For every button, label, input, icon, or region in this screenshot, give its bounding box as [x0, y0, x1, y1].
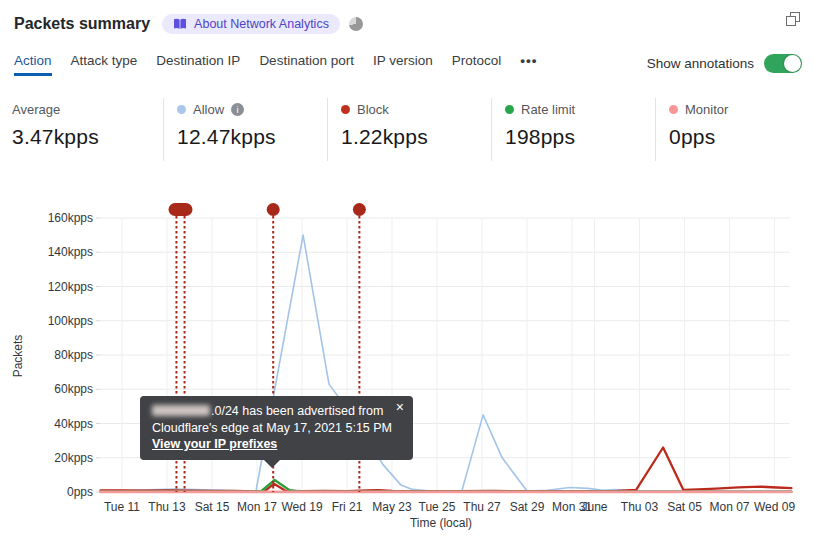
stat-label: Allow — [193, 102, 224, 117]
panel-header: Packets summary About Network Analytics — [14, 10, 802, 38]
info-icon[interactable]: i — [231, 103, 244, 116]
y-tick-label: 20kpps — [54, 451, 93, 465]
more-tabs-button[interactable]: ••• — [520, 53, 537, 76]
about-network-analytics-badge[interactable]: About Network Analytics — [162, 14, 340, 34]
x-tick-label: Sat 05 — [667, 500, 702, 514]
show-annotations-label: Show annotations — [647, 56, 754, 71]
y-tick-label: 80kpps — [54, 348, 93, 362]
x-tick-label: Mon 31 — [552, 500, 592, 514]
page-title: Packets summary — [14, 15, 150, 33]
stat-allow: Allowi12.47kpps — [163, 98, 327, 161]
stat-label-row: Average — [12, 100, 163, 118]
tab-bar: ActionAttack typeDestination IPDestinati… — [14, 53, 802, 76]
stat-label: Rate limit — [521, 102, 575, 117]
tab-destination-ip[interactable]: Destination IP — [156, 53, 240, 76]
tab-list: ActionAttack typeDestination IPDestinati… — [14, 53, 537, 76]
x-tick-label: Thu 13 — [148, 500, 186, 514]
monitor-legend-dot — [669, 105, 678, 114]
block-legend-dot — [341, 105, 350, 114]
stat-value: 12.47kpps — [177, 125, 327, 149]
stat-monitor: Monitor0pps — [655, 98, 816, 161]
tooltip-line2: Cloudflare's edge at May 17, 2021 5:15 P… — [152, 421, 392, 435]
restore-front-square — [786, 16, 796, 26]
y-tick-label: 100kpps — [48, 314, 93, 328]
tab-action[interactable]: Action — [14, 53, 52, 76]
y-tick-label: 40kpps — [54, 417, 93, 431]
x-tick-label: Mon 17 — [237, 500, 277, 514]
packets-time-series-chart: 0pps20kpps40kpps60kpps80kpps100kpps120kp… — [0, 0, 816, 545]
x-tick-label: Sat 29 — [510, 500, 545, 514]
tab-attack-type[interactable]: Attack type — [71, 53, 138, 76]
tab-protocol[interactable]: Protocol — [452, 53, 502, 76]
close-icon[interactable]: × — [396, 399, 404, 416]
view-ip-prefixes-link[interactable]: View your IP prefixes — [152, 437, 277, 451]
redacted-ip-prefix — [152, 405, 210, 416]
book-icon — [173, 18, 187, 30]
stat-label: Monitor — [685, 102, 728, 117]
stat-value: 1.22kpps — [341, 125, 491, 149]
y-tick-label: 140kpps — [48, 245, 93, 259]
stat-rate-limit: Rate limit198pps — [491, 98, 655, 161]
y-tick-label: 0pps — [67, 485, 93, 499]
annotation-marker-pill[interactable] — [169, 203, 193, 216]
rate-limit-legend-dot — [505, 105, 514, 114]
toggle-knob — [784, 55, 801, 72]
stat-label: Average — [12, 102, 60, 117]
x-tick-label: May 23 — [372, 500, 412, 514]
x-tick-label: Tue 11 — [104, 500, 140, 514]
tab-ip-version[interactable]: IP version — [373, 53, 433, 76]
y-tick-label: 60kpps — [54, 382, 93, 396]
show-annotations-control: Show annotations — [647, 53, 802, 73]
badge-label: About Network Analytics — [194, 17, 329, 31]
x-axis-title: Time (local) — [410, 516, 472, 530]
tooltip-caret — [263, 459, 281, 468]
stat-average: Average3.47kpps — [12, 98, 163, 161]
stats-row: Average3.47kppsAllowi12.47kppsBlock1.22k… — [12, 98, 816, 161]
annotation-marker-dot[interactable] — [267, 203, 280, 216]
show-annotations-toggle[interactable] — [764, 54, 802, 73]
x-tick-label: Wed 09 — [754, 500, 795, 514]
stat-value: 3.47kpps — [12, 125, 163, 149]
x-tick-label: Tue 25 — [419, 500, 456, 514]
x-tick-label: Thu 27 — [463, 500, 501, 514]
packets-summary-panel: Packets summary About Network Analytics … — [0, 0, 816, 545]
series-line-rate-limit — [101, 480, 792, 492]
stat-value: 198pps — [505, 125, 655, 149]
x-tick-label: Sat 15 — [195, 500, 230, 514]
x-tick-label: Mon 07 — [709, 500, 749, 514]
restore-window-icon[interactable] — [786, 12, 800, 26]
stat-value: 0pps — [669, 125, 816, 149]
x-tick-label: Wed 19 — [281, 500, 322, 514]
stat-label-row: Block — [341, 100, 491, 118]
x-tick-label: Fri 21 — [332, 500, 363, 514]
allow-legend-dot — [177, 105, 186, 114]
stat-label-row: Monitor — [669, 100, 816, 118]
stat-label-row: Allowi — [177, 100, 327, 118]
stat-label: Block — [357, 102, 389, 117]
x-tick-label: Thu 03 — [621, 500, 659, 514]
y-tick-label: 160kpps — [48, 211, 93, 225]
y-tick-label: 120kpps — [48, 280, 93, 294]
stat-label-row: Rate limit — [505, 100, 655, 118]
x-tick-label: June — [581, 500, 607, 514]
y-axis-title: Packets — [11, 335, 25, 378]
tab-destination-port[interactable]: Destination port — [259, 53, 354, 76]
tooltip-line1: .0/24 has been advertised from — [211, 404, 383, 418]
annotation-marker-dot[interactable] — [353, 203, 366, 216]
stat-block: Block1.22kpps — [327, 98, 491, 161]
usage-pie-icon[interactable] — [349, 17, 363, 31]
annotation-tooltip: × .0/24 has been advertised from Cloudfl… — [140, 396, 413, 460]
